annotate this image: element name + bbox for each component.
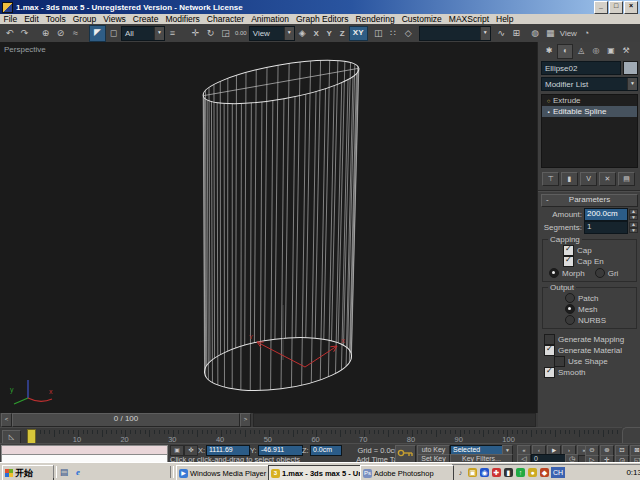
menu-edit[interactable]: Edit [21, 14, 43, 24]
viewport-label[interactable]: Perspective [4, 45, 46, 54]
transform-gizmo[interactable]: YX [249, 305, 345, 367]
restrict-x-button[interactable]: X [310, 27, 323, 40]
restrict-xy-plane-button[interactable]: XY [349, 26, 368, 41]
mirror-icon[interactable]: ◫ [371, 26, 386, 41]
show-end-result-icon[interactable]: ▮ [561, 172, 578, 186]
checkbox-use-shape[interactable]: Use Shape [554, 356, 640, 366]
dropdown-arrow-icon[interactable] [284, 27, 294, 40]
modifier-stack-item[interactable]: ○Extrude [542, 95, 637, 106]
menu-maxscript[interactable]: MAXScript [445, 14, 492, 24]
checkbox-smooth[interactable]: Smooth [544, 367, 640, 377]
tray-icon[interactable]: ▮ [504, 468, 513, 477]
checkbox-generate-material[interactable]: Generate Material [544, 345, 640, 355]
task-button[interactable]: ▶Windows Media Player [176, 465, 270, 480]
use-pivot-point-icon[interactable]: ◈ [295, 26, 310, 41]
tab-utilities[interactable]: ⚒ [619, 44, 633, 57]
select-and-link-icon[interactable]: ⊕ [38, 26, 53, 41]
show-desktop-icon[interactable]: ▤ [58, 466, 70, 478]
minimize-button[interactable]: _ [594, 1, 608, 14]
restrict-z-button[interactable]: Z [336, 27, 349, 40]
tab-create[interactable]: ✱ [542, 44, 556, 57]
tab-modify[interactable]: ◖ [557, 44, 573, 59]
track-bar[interactable]: 102030405060708090100 ◺ [0, 427, 622, 444]
tray-icon[interactable]: ◉ [480, 468, 489, 477]
menu-rendering[interactable]: Rendering [352, 14, 398, 24]
menu-create[interactable]: Create [129, 14, 162, 24]
time-slider-track[interactable] [253, 413, 536, 427]
tab-motion[interactable]: ◎ [589, 44, 603, 57]
menu-views[interactable]: Views [100, 14, 130, 24]
output-option-nurbs[interactable]: NURBS [565, 315, 634, 325]
cap-start-checkbox[interactable]: Cap [563, 245, 634, 255]
viewport-canvas[interactable]: YXxy [0, 42, 537, 413]
tray-icon[interactable]: ✚ [492, 468, 501, 477]
curve-editor-icon[interactable]: ∿ [494, 26, 509, 41]
tray-icon[interactable]: ● [528, 468, 537, 477]
tray-icon[interactable]: ↑ [516, 468, 525, 477]
select-and-rotate-icon[interactable]: ↻ [203, 26, 218, 41]
collapse-icon[interactable]: - [546, 195, 549, 205]
menu-tools[interactable]: Tools [42, 14, 69, 24]
select-object-icon[interactable]: ◤ [89, 25, 106, 42]
time-slider-next-button[interactable]: > [240, 413, 251, 427]
menu-modifiers[interactable]: Modifiers [162, 14, 203, 24]
select-and-scale-icon[interactable]: ◲ [218, 26, 233, 41]
menu-customize[interactable]: Customize [398, 14, 445, 24]
menu-character[interactable]: Character [203, 14, 247, 24]
segments-spinner[interactable] [629, 222, 638, 233]
material-editor-icon[interactable]: ◍ [528, 26, 543, 41]
menu-help[interactable]: Help [493, 14, 517, 24]
dropdown-arrow-icon[interactable] [154, 27, 164, 40]
z-coord-field[interactable]: 0.0cm [310, 445, 342, 456]
parameters-rollout-header[interactable]: - Parameters [541, 194, 638, 207]
checkbox-generate-mapping[interactable]: Generate Mapping [544, 334, 640, 344]
selection-region-icon[interactable]: ◻ [106, 26, 121, 41]
maximize-button[interactable]: □ [609, 1, 623, 14]
remove-modifier-icon[interactable]: ✕ [599, 172, 616, 186]
unlink-selection-icon[interactable]: ⊘ [53, 26, 68, 41]
tab-display[interactable]: ▣ [604, 44, 618, 57]
object-color-swatch[interactable] [623, 61, 638, 75]
volume-icon[interactable]: ♪ [456, 468, 465, 477]
internet-explorer-icon[interactable]: e [72, 466, 84, 478]
mini-curve-editor-button[interactable]: ◺ [2, 430, 21, 444]
segments-field[interactable]: 1 [584, 221, 628, 234]
make-unique-icon[interactable]: V [580, 172, 597, 186]
quick-render-icon[interactable]: ◔ [579, 26, 594, 41]
output-option-mesh[interactable]: Mesh [565, 304, 634, 314]
amount-field[interactable]: 200.0cm [584, 208, 628, 221]
menu-group[interactable]: Group [69, 14, 100, 24]
array-icon[interactable]: ∷ [386, 26, 401, 41]
pin-stack-icon[interactable]: ⊤ [542, 172, 559, 186]
schematic-view-icon[interactable]: ⊞ [509, 26, 524, 41]
dropdown-arrow-icon[interactable] [480, 27, 490, 40]
named-selection-sets-dropdown[interactable] [419, 26, 491, 41]
time-slider-handle[interactable]: 0 / 100 [12, 413, 240, 427]
spinner-down-icon[interactable] [629, 215, 638, 221]
task-button[interactable]: 31.max - 3ds max 5 - Unre... [268, 465, 362, 480]
bind-to-space-warp-icon[interactable]: ≈ [68, 26, 83, 41]
render-type-dropdown[interactable]: View [558, 29, 579, 38]
snap-percent-label[interactable]: 0.00 [233, 30, 249, 36]
set-keys-button[interactable] [395, 445, 416, 463]
extruded-ellipse-object[interactable] [200, 52, 362, 398]
modifier-list-dropdown[interactable]: Modifier List [541, 77, 638, 91]
redo-icon[interactable]: ↷ [17, 26, 32, 41]
menu-graph-editors[interactable]: Graph Editors [293, 14, 352, 24]
undo-icon[interactable]: ↶ [2, 26, 17, 41]
close-button[interactable]: × [624, 1, 638, 14]
amount-spinner[interactable] [629, 209, 638, 220]
time-slider-prev-button[interactable]: < [1, 413, 12, 427]
cap-end-checkbox[interactable]: Cap En [563, 256, 634, 266]
viewport-perspective[interactable]: YXxy Perspective [0, 42, 537, 413]
object-name-field[interactable]: Ellipse02 [541, 61, 621, 75]
grid-radio[interactable]: Gri [595, 268, 619, 278]
render-scene-icon[interactable]: ▦ [543, 26, 558, 41]
select-by-name-icon[interactable]: ≡ [165, 26, 180, 41]
selection-filter-dropdown[interactable]: All [121, 26, 165, 41]
reference-coordinate-dropdown[interactable]: View [249, 26, 295, 41]
menu-animation[interactable]: Animation [248, 14, 293, 24]
restrict-y-button[interactable]: Y [323, 27, 336, 40]
output-option-patch[interactable]: Patch [565, 293, 634, 303]
select-and-move-icon[interactable]: ✛ [188, 26, 203, 41]
